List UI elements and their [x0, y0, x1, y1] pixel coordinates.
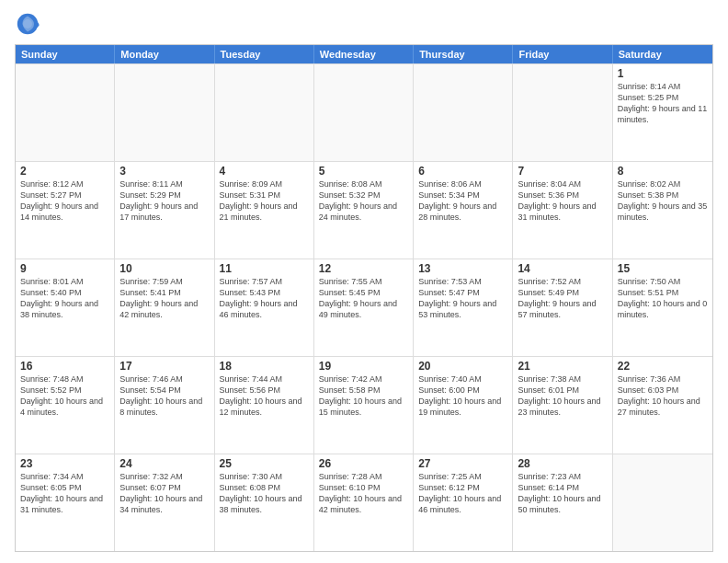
- calendar-day-empty: [215, 64, 314, 161]
- day-info: Sunrise: 8:12 AM Sunset: 5:27 PM Dayligh…: [20, 178, 109, 224]
- day-info: Sunrise: 8:14 AM Sunset: 5:25 PM Dayligh…: [618, 81, 708, 126]
- calendar-day-22: 22Sunrise: 7:36 AM Sunset: 6:03 PM Dayli…: [613, 357, 712, 454]
- calendar-day-4: 4Sunrise: 8:09 AM Sunset: 5:31 PM Daylig…: [215, 162, 314, 259]
- day-number: 3: [119, 165, 209, 178]
- day-number: 26: [319, 457, 408, 470]
- day-info: Sunrise: 7:57 AM Sunset: 5:43 PM Dayligh…: [220, 276, 309, 321]
- day-number: 15: [618, 262, 708, 275]
- day-info: Sunrise: 7:32 AM Sunset: 6:07 PM Dayligh…: [119, 471, 209, 516]
- day-header-friday: Friday: [513, 45, 612, 63]
- day-number: 9: [20, 262, 109, 275]
- day-number: 16: [20, 360, 109, 373]
- calendar-day-empty: [115, 64, 214, 161]
- calendar-day-1: 1Sunrise: 8:14 AM Sunset: 5:25 PM Daylig…: [613, 64, 712, 161]
- day-number: 23: [20, 457, 109, 470]
- day-info: Sunrise: 8:11 AM Sunset: 5:29 PM Dayligh…: [119, 178, 209, 224]
- calendar-day-28: 28Sunrise: 7:23 AM Sunset: 6:14 PM Dayli…: [513, 454, 612, 551]
- day-header-wednesday: Wednesday: [314, 45, 414, 63]
- calendar-day-20: 20Sunrise: 7:40 AM Sunset: 6:00 PM Dayli…: [414, 357, 513, 454]
- calendar-day-empty: [414, 64, 513, 161]
- day-info: Sunrise: 7:52 AM Sunset: 5:49 PM Dayligh…: [518, 276, 607, 321]
- calendar-day-27: 27Sunrise: 7:25 AM Sunset: 6:12 PM Dayli…: [414, 454, 513, 551]
- calendar-week-2: 2Sunrise: 8:12 AM Sunset: 5:27 PM Daylig…: [16, 161, 712, 259]
- calendar-day-12: 12Sunrise: 7:55 AM Sunset: 5:45 PM Dayli…: [314, 259, 414, 356]
- day-number: 6: [418, 165, 507, 178]
- calendar-page: SundayMondayTuesdayWednesdayThursdayFrid…: [0, 0, 728, 563]
- day-number: 25: [220, 457, 309, 470]
- day-info: Sunrise: 7:48 AM Sunset: 5:52 PM Dayligh…: [20, 373, 109, 419]
- day-number: 18: [220, 360, 309, 373]
- day-number: 20: [418, 360, 507, 373]
- day-number: 1: [618, 67, 708, 80]
- calendar-day-3: 3Sunrise: 8:11 AM Sunset: 5:29 PM Daylig…: [115, 162, 214, 259]
- day-header-saturday: Saturday: [613, 45, 712, 63]
- calendar-day-8: 8Sunrise: 8:02 AM Sunset: 5:38 PM Daylig…: [613, 162, 712, 259]
- logo-icon: [15, 11, 40, 37]
- calendar-day-empty: [613, 454, 712, 551]
- calendar-day-7: 7Sunrise: 8:04 AM Sunset: 5:36 PM Daylig…: [513, 162, 612, 259]
- day-number: 27: [418, 457, 507, 470]
- day-number: 19: [319, 360, 408, 373]
- calendar-grid: SundayMondayTuesdayWednesdayThursdayFrid…: [15, 44, 713, 552]
- day-info: Sunrise: 8:08 AM Sunset: 5:32 PM Dayligh…: [319, 178, 408, 224]
- day-number: 17: [119, 360, 209, 373]
- day-info: Sunrise: 7:42 AM Sunset: 5:58 PM Dayligh…: [319, 373, 408, 419]
- calendar-day-5: 5Sunrise: 8:08 AM Sunset: 5:32 PM Daylig…: [314, 162, 414, 259]
- calendar-body: 1Sunrise: 8:14 AM Sunset: 5:25 PM Daylig…: [16, 63, 712, 551]
- day-header-thursday: Thursday: [414, 45, 513, 63]
- day-info: Sunrise: 7:55 AM Sunset: 5:45 PM Dayligh…: [319, 276, 408, 321]
- day-number: 22: [618, 360, 708, 373]
- calendar-day-24: 24Sunrise: 7:32 AM Sunset: 6:07 PM Dayli…: [115, 454, 214, 551]
- day-info: Sunrise: 8:02 AM Sunset: 5:38 PM Dayligh…: [618, 178, 708, 224]
- calendar-day-13: 13Sunrise: 7:53 AM Sunset: 5:47 PM Dayli…: [414, 259, 513, 356]
- day-info: Sunrise: 7:23 AM Sunset: 6:14 PM Dayligh…: [518, 471, 607, 516]
- calendar-day-14: 14Sunrise: 7:52 AM Sunset: 5:49 PM Dayli…: [513, 259, 612, 356]
- calendar-day-17: 17Sunrise: 7:46 AM Sunset: 5:54 PM Dayli…: [115, 357, 214, 454]
- day-info: Sunrise: 7:46 AM Sunset: 5:54 PM Dayligh…: [119, 373, 209, 419]
- day-number: 21: [518, 360, 607, 373]
- calendar-week-3: 9Sunrise: 8:01 AM Sunset: 5:40 PM Daylig…: [16, 259, 712, 356]
- calendar-day-19: 19Sunrise: 7:42 AM Sunset: 5:58 PM Dayli…: [314, 357, 414, 454]
- day-info: Sunrise: 8:01 AM Sunset: 5:40 PM Dayligh…: [20, 276, 109, 321]
- calendar-week-5: 23Sunrise: 7:34 AM Sunset: 6:05 PM Dayli…: [16, 454, 712, 551]
- day-info: Sunrise: 7:40 AM Sunset: 6:00 PM Dayligh…: [418, 373, 507, 419]
- day-info: Sunrise: 7:53 AM Sunset: 5:47 PM Dayligh…: [418, 276, 507, 321]
- calendar-day-9: 9Sunrise: 8:01 AM Sunset: 5:40 PM Daylig…: [16, 259, 115, 356]
- calendar-week-1: 1Sunrise: 8:14 AM Sunset: 5:25 PM Daylig…: [16, 63, 712, 161]
- header: [15, 11, 713, 37]
- calendar-day-empty: [513, 64, 612, 161]
- day-info: Sunrise: 7:34 AM Sunset: 6:05 PM Dayligh…: [20, 471, 109, 516]
- logo: [15, 11, 44, 37]
- calendar-day-10: 10Sunrise: 7:59 AM Sunset: 5:41 PM Dayli…: [115, 259, 214, 356]
- day-number: 12: [319, 262, 408, 275]
- calendar-day-6: 6Sunrise: 8:06 AM Sunset: 5:34 PM Daylig…: [414, 162, 513, 259]
- calendar-day-18: 18Sunrise: 7:44 AM Sunset: 5:56 PM Dayli…: [215, 357, 314, 454]
- day-info: Sunrise: 7:36 AM Sunset: 6:03 PM Dayligh…: [618, 373, 708, 419]
- calendar-header-row: SundayMondayTuesdayWednesdayThursdayFrid…: [16, 45, 712, 63]
- day-number: 13: [418, 262, 507, 275]
- calendar-day-empty: [16, 64, 115, 161]
- day-number: 24: [119, 457, 209, 470]
- day-number: 7: [518, 165, 607, 178]
- calendar-day-16: 16Sunrise: 7:48 AM Sunset: 5:52 PM Dayli…: [16, 357, 115, 454]
- day-number: 10: [119, 262, 209, 275]
- day-header-tuesday: Tuesday: [215, 45, 314, 63]
- calendar-day-21: 21Sunrise: 7:38 AM Sunset: 6:01 PM Dayli…: [513, 357, 612, 454]
- calendar-day-15: 15Sunrise: 7:50 AM Sunset: 5:51 PM Dayli…: [613, 259, 712, 356]
- day-number: 8: [618, 165, 708, 178]
- day-number: 4: [220, 165, 309, 178]
- day-info: Sunrise: 7:50 AM Sunset: 5:51 PM Dayligh…: [618, 276, 708, 321]
- calendar-day-25: 25Sunrise: 7:30 AM Sunset: 6:08 PM Dayli…: [215, 454, 314, 551]
- day-info: Sunrise: 7:59 AM Sunset: 5:41 PM Dayligh…: [119, 276, 209, 321]
- day-info: Sunrise: 7:38 AM Sunset: 6:01 PM Dayligh…: [518, 373, 607, 419]
- day-number: 28: [518, 457, 607, 470]
- day-info: Sunrise: 8:09 AM Sunset: 5:31 PM Dayligh…: [220, 178, 309, 224]
- calendar-day-23: 23Sunrise: 7:34 AM Sunset: 6:05 PM Dayli…: [16, 454, 115, 551]
- calendar-day-2: 2Sunrise: 8:12 AM Sunset: 5:27 PM Daylig…: [16, 162, 115, 259]
- day-number: 14: [518, 262, 607, 275]
- day-info: Sunrise: 7:30 AM Sunset: 6:08 PM Dayligh…: [220, 471, 309, 516]
- day-info: Sunrise: 8:06 AM Sunset: 5:34 PM Dayligh…: [418, 178, 507, 224]
- day-info: Sunrise: 7:44 AM Sunset: 5:56 PM Dayligh…: [220, 373, 309, 419]
- day-header-monday: Monday: [115, 45, 214, 63]
- calendar-week-4: 16Sunrise: 7:48 AM Sunset: 5:52 PM Dayli…: [16, 356, 712, 454]
